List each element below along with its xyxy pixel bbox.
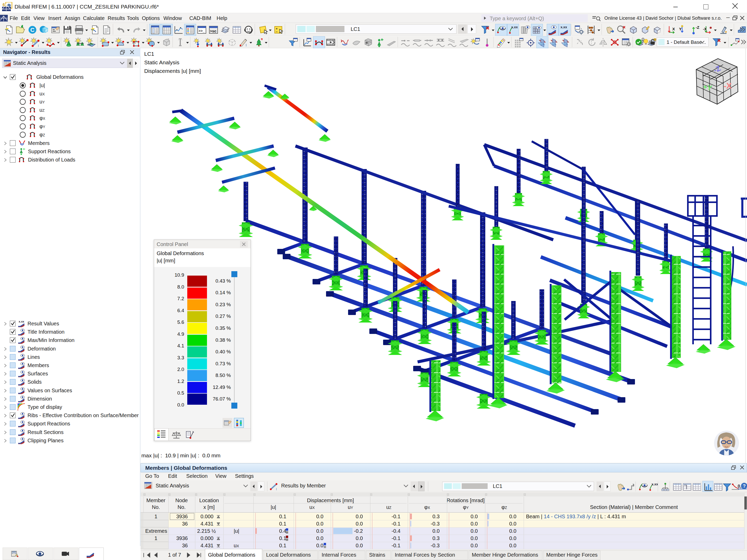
svg-text:x.xx: x.xx [651, 482, 658, 486]
svg-text:+Y: +Y [702, 83, 713, 92]
svg-text:X: X [672, 27, 675, 31]
svg-text:x.xx: x.xx [19, 320, 24, 323]
svg-text:I: I [38, 44, 39, 48]
svg-text:I: I [276, 487, 277, 490]
svg-text:I: I [246, 43, 247, 47]
svg-text:>>_: >>_ [199, 29, 205, 33]
svg-text:Y: Y [679, 27, 681, 31]
svg-text:>sc: >sc [210, 29, 216, 33]
svg-text:-X: -X [724, 81, 732, 90]
svg-text:-X: -X [703, 27, 707, 31]
svg-text:?: ? [743, 483, 746, 489]
svg-text:x.xx: x.xx [511, 25, 518, 29]
svg-text:-Z: -Z [696, 25, 699, 30]
svg-text:–: – [276, 30, 278, 33]
svg-text:x.xx: x.xx [561, 25, 567, 29]
svg-text:C: C [30, 27, 34, 33]
